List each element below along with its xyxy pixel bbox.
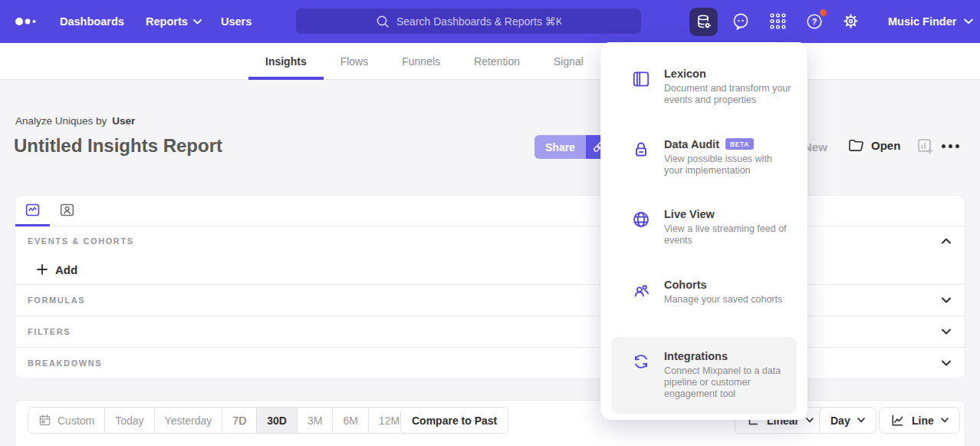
nav-reports[interactable]: Reports — [146, 0, 202, 43]
menu-item-title: Live View — [664, 208, 793, 220]
segment-label: 7D — [232, 415, 246, 427]
line-chart-icon — [890, 413, 905, 428]
grid-dots-icon — [768, 12, 788, 31]
feedback-button[interactable] — [731, 12, 751, 31]
profile-person-icon — [59, 202, 75, 218]
events-cohorts-section[interactable]: EVENTS & COHORTS — [15, 226, 965, 255]
tab-label: Signal — [554, 55, 584, 68]
mixpanel-logo-icon[interactable] — [14, 14, 41, 29]
workspace-switcher[interactable]: Music Finder — [888, 0, 973, 43]
tab-flows[interactable]: Flows — [324, 43, 386, 80]
tab-profiles-view[interactable] — [50, 196, 84, 226]
chevron-down-icon — [964, 18, 973, 25]
compare-label: Compare to Past — [412, 415, 497, 427]
search-input[interactable] — [396, 15, 561, 28]
segment-label: 30D — [267, 415, 287, 427]
nav-reports-label: Reports — [146, 15, 188, 28]
formulas-section[interactable]: FORMULAS — [15, 284, 965, 316]
data-management-button[interactable] — [689, 8, 718, 36]
events-cohorts-label: EVENTS & COHORTS — [28, 236, 134, 246]
chevron-down-icon — [193, 19, 202, 25]
range-6m[interactable]: 6M — [332, 408, 367, 433]
gear-icon — [841, 12, 860, 31]
segment-label: Yesterday — [165, 415, 212, 427]
more-options-button[interactable] — [942, 144, 959, 148]
menu-item-title: Lexicon — [664, 68, 793, 80]
menu-item-integrations[interactable]: Integrations Connect Mixpanel to a data … — [611, 350, 789, 401]
nav-dashboards-label: Dashboards — [60, 15, 124, 28]
range-today[interactable]: Today — [104, 408, 153, 433]
menu-item-cohorts[interactable]: Cohorts Manage your saved cohorts — [600, 279, 807, 306]
date-range-segmented-control: Custom Today Yesterday 7D 30D 3M 6M 12M — [28, 407, 410, 434]
segment-label: Today — [115, 415, 143, 427]
range-3m[interactable]: 3M — [297, 408, 332, 433]
database-gear-icon — [695, 13, 712, 31]
chart-type-value: Line — [912, 415, 934, 427]
add-event-button[interactable]: Add — [15, 255, 965, 284]
menu-item-live-view[interactable]: Live View View a live streaming feed of … — [600, 208, 807, 247]
breakdowns-label: BREAKDOWNS — [28, 358, 102, 368]
global-search[interactable] — [296, 8, 641, 34]
range-yesterday[interactable]: Yesterday — [154, 408, 222, 433]
open-report-button[interactable]: Open — [848, 138, 900, 152]
live-view-icon — [631, 208, 651, 247]
menu-item-desc: View a live streaming feed of events — [664, 223, 793, 247]
share-button[interactable]: Share — [534, 135, 586, 159]
range-custom[interactable]: Custom — [28, 408, 104, 433]
tab-insights[interactable]: Insights — [248, 43, 324, 80]
folder-icon — [848, 138, 864, 152]
segment-label: Custom — [58, 415, 94, 427]
tab-funnels[interactable]: Funnels — [385, 43, 457, 80]
query-builder-panel: EVENTS & COHORTS Add FORMULAS FILTERS BR… — [15, 196, 965, 378]
menu-item-desc: Document and transform your events and p… — [664, 83, 793, 107]
chevron-down-icon — [806, 418, 814, 423]
lexicon-icon — [631, 68, 651, 107]
data-tools-menu: Lexicon Document and transform your even… — [600, 42, 807, 420]
add-to-dashboard-icon[interactable] — [917, 138, 934, 155]
tab-events-view[interactable] — [15, 196, 50, 226]
settings-button[interactable] — [841, 12, 860, 31]
interval-dropdown[interactable]: Day — [819, 407, 876, 434]
tab-label: Insights — [265, 55, 307, 68]
subtitle-value[interactable]: User — [112, 115, 135, 127]
tab-label: Retention — [474, 55, 520, 68]
cohorts-icon — [631, 279, 651, 306]
range-7d[interactable]: 7D — [222, 408, 256, 433]
chevron-down-icon[interactable] — [942, 297, 951, 303]
page-title[interactable]: Untitled Insights Report — [14, 135, 222, 157]
integrations-icon — [631, 350, 651, 401]
help-button[interactable]: ? — [804, 12, 824, 31]
notification-dot — [820, 9, 827, 16]
menu-item-desc: Connect Mixpanel to a data pipeline or c… — [664, 365, 793, 401]
range-30d[interactable]: 30D — [256, 408, 297, 433]
nav-users[interactable]: Users — [221, 0, 252, 43]
compare-to-past-button[interactable]: Compare to Past — [400, 407, 508, 434]
chevron-down-icon — [941, 418, 949, 423]
breakdowns-section[interactable]: BREAKDOWNS — [15, 347, 965, 378]
menu-item-data-audit[interactable]: Data Audit BETA View possible issues wit… — [600, 138, 807, 177]
filters-label: FILTERS — [28, 327, 71, 336]
tab-label: Funnels — [402, 55, 440, 68]
segment-label: 6M — [343, 415, 357, 427]
feedback-bubble-icon — [731, 12, 751, 31]
nav-dashboards[interactable]: Dashboards — [60, 0, 124, 43]
formulas-label: FORMULAS — [28, 296, 85, 305]
data-audit-icon — [631, 138, 651, 177]
chevron-up-icon[interactable] — [942, 238, 951, 244]
menu-item-highlight: Integrations Connect Mixpanel to a data … — [611, 337, 797, 414]
apps-menu-button[interactable] — [768, 12, 788, 31]
chevron-down-icon[interactable] — [942, 329, 951, 335]
chevron-down-icon — [857, 418, 865, 423]
report-tab-bar: Insights Flows Funnels Retention Signal … — [0, 43, 980, 80]
tab-retention[interactable]: Retention — [457, 43, 537, 80]
chart-controls-bar: Custom Today Yesterday 7D 30D 3M 6M 12M … — [15, 401, 965, 446]
menu-item-lexicon[interactable]: Lexicon Document and transform your even… — [600, 68, 807, 107]
nav-users-label: Users — [221, 15, 252, 28]
menu-item-title: Integrations — [664, 350, 793, 362]
chart-type-dropdown[interactable]: Line — [879, 407, 960, 434]
tab-signal[interactable]: Signal — [537, 43, 600, 80]
chevron-down-icon[interactable] — [942, 360, 951, 366]
search-icon — [376, 15, 390, 28]
insights-chart-icon — [25, 202, 41, 218]
filters-section[interactable]: FILTERS — [15, 316, 965, 347]
